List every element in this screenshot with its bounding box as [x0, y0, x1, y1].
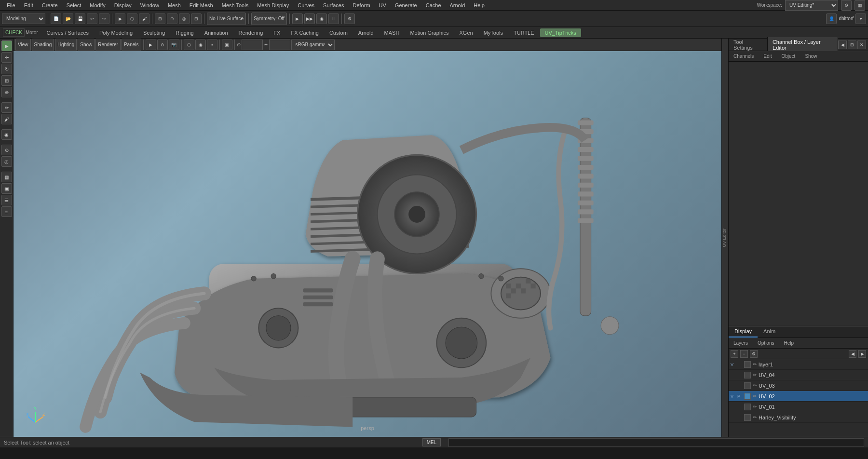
render-seq-icon[interactable]: ▶▶: [304, 14, 315, 24]
menu-mesh[interactable]: Mesh: [164, 1, 185, 9]
options-btn[interactable]: Options: [755, 339, 777, 347]
display-options-icon[interactable]: ⚙: [344, 14, 355, 24]
layer-row-uv_04[interactable]: ✏UV_04: [729, 370, 868, 380]
tab-arnold[interactable]: Arnold: [353, 28, 379, 37]
new-layer-btn[interactable]: +: [731, 350, 738, 358]
menu-window[interactable]: Window: [136, 1, 163, 9]
snap-point-icon[interactable]: ◎: [179, 14, 190, 24]
uv-btn[interactable]: ☰: [1, 195, 12, 205]
cb-show-btn[interactable]: Show: [802, 53, 820, 60]
mode-select[interactable]: Modeling: [2, 14, 45, 24]
view-menu-btn[interactable]: View: [15, 39, 31, 51]
layer-color-box[interactable]: [744, 372, 751, 378]
layer-row-layer1[interactable]: V✏layer1: [729, 359, 868, 370]
channels-btn[interactable]: Channels: [731, 53, 757, 60]
gamma-select[interactable]: sRGB gamma: [291, 40, 335, 50]
layer-row-uv_02[interactable]: VP✏UV_02: [729, 391, 868, 402]
tab-sculpting[interactable]: Sculpting: [138, 28, 170, 37]
menu-generate[interactable]: Generate: [391, 1, 421, 9]
panels-menu-btn[interactable]: Panels: [122, 39, 141, 51]
layer-color-box[interactable]: [744, 404, 751, 410]
tool-settings-tab[interactable]: Tool Settings: [729, 37, 768, 53]
snap-curve-icon[interactable]: ⊙: [167, 14, 177, 24]
paint-icon[interactable]: 🖌: [139, 14, 149, 24]
delete-layer-btn[interactable]: −: [740, 350, 748, 358]
tab-motion-graphics[interactable]: Motion Graphics: [405, 28, 453, 37]
tab-poly-modeling[interactable]: Poly Modeling: [95, 28, 137, 37]
menu-curves[interactable]: Curves: [294, 1, 318, 9]
tab-xgen[interactable]: XGen: [454, 28, 477, 37]
menu-modify[interactable]: Modify: [86, 1, 109, 9]
wireframe-icon[interactable]: ⬡: [184, 40, 194, 50]
tab-fx[interactable]: FX: [269, 28, 285, 37]
focus-icon[interactable]: ⊙: [157, 40, 168, 50]
pause-icon[interactable]: ⏸: [328, 14, 339, 24]
display-tab[interactable]: Display: [729, 326, 758, 338]
show-menu-btn[interactable]: Show: [78, 39, 95, 51]
render-icon[interactable]: ▶: [292, 14, 303, 24]
menu-edit[interactable]: Edit: [20, 1, 37, 9]
menu-select[interactable]: Select: [63, 1, 85, 9]
sculpt-btn[interactable]: ✏: [1, 102, 12, 113]
tab-custom[interactable]: Custom: [325, 28, 353, 37]
renderer-menu-btn[interactable]: Renderer: [95, 39, 121, 51]
menu-mesh-tools[interactable]: Mesh Tools: [218, 1, 252, 9]
menu-cache[interactable]: Cache: [422, 1, 445, 9]
panel-icon-float[interactable]: ⊞: [848, 40, 856, 49]
layer-options-btn[interactable]: ⚙: [750, 350, 758, 358]
cb-object-btn[interactable]: Object: [779, 53, 799, 60]
tab-curves-surfaces[interactable]: Curves / Surfaces: [42, 28, 94, 37]
symmetry-btn[interactable]: Symmetry: Off: [251, 13, 287, 25]
show-manip-btn[interactable]: ◉: [1, 129, 12, 140]
camera-icon[interactable]: 📷: [169, 40, 179, 50]
move-tool-btn[interactable]: ✛: [1, 52, 12, 63]
resolution-gate-icon[interactable]: ▣: [222, 40, 232, 50]
scale-tool-btn[interactable]: ⊞: [1, 75, 12, 86]
menu-create[interactable]: Create: [38, 1, 62, 9]
poly-select-btn[interactable]: ▣: [1, 183, 12, 194]
new-scene-icon[interactable]: 📄: [51, 14, 61, 24]
smooth-icon[interactable]: ◉: [195, 40, 206, 50]
snap-mode-btn[interactable]: ⊙: [1, 145, 12, 155]
layer-color-box[interactable]: [744, 382, 751, 389]
select-tool-btn[interactable]: ▶: [1, 40, 12, 51]
panel-icon-collapse[interactable]: ◀: [838, 40, 847, 49]
cb-edit-btn[interactable]: Edit: [760, 53, 774, 60]
open-icon[interactable]: 📂: [63, 14, 73, 24]
layer-row-uv_03[interactable]: ✏UV_03: [729, 380, 868, 391]
help-btn[interactable]: Help: [781, 339, 797, 347]
tab-rendering[interactable]: Rendering: [234, 28, 268, 37]
no-live-surface-btn[interactable]: No Live Surface: [207, 13, 246, 25]
soft-select-btn[interactable]: ◎: [1, 156, 12, 167]
tab-rigging[interactable]: Rigging: [171, 28, 198, 37]
user-dropdown-icon[interactable]: ▾: [855, 14, 866, 24]
scroll-right-btn[interactable]: ▶: [858, 350, 866, 358]
snap-surface-icon[interactable]: ⊟: [191, 14, 202, 24]
paint-weights-btn[interactable]: 🖌: [1, 114, 12, 124]
workspace-icon-1[interactable]: ⚙: [841, 0, 852, 11]
menu-help[interactable]: Help: [470, 1, 488, 9]
save-icon[interactable]: 💾: [75, 14, 85, 24]
workspace-icon-2[interactable]: ▦: [854, 0, 865, 11]
snap-grid-icon[interactable]: ⊞: [155, 14, 165, 24]
layer-color-box[interactable]: [744, 393, 751, 400]
gamma-input[interactable]: 1.00: [269, 40, 290, 50]
anim-tab[interactable]: Anim: [758, 326, 781, 338]
layers-btn[interactable]: Layers: [731, 339, 751, 347]
menu-edit-mesh[interactable]: Edit Mesh: [186, 1, 217, 9]
redo-icon[interactable]: ↪: [99, 14, 109, 24]
mel-button[interactable]: MEL: [422, 438, 441, 446]
menu-arnold[interactable]: Arnold: [446, 1, 469, 9]
menu-deform[interactable]: Deform: [349, 1, 374, 9]
layer-row-uv_01[interactable]: ✏UV_01: [729, 402, 868, 412]
menu-file[interactable]: File: [3, 1, 19, 9]
interactive-render-icon[interactable]: ◉: [316, 14, 327, 24]
rotate-tool-btn[interactable]: ↻: [1, 64, 12, 74]
viewport-canvas[interactable]: X Z Y persp: [14, 51, 721, 437]
undo-icon[interactable]: ↩: [87, 14, 97, 24]
tab-mytools[interactable]: MyTools: [479, 28, 508, 37]
layer-row-harley_visibility[interactable]: ✏Harley_Visibility: [729, 412, 868, 423]
tab-uv-tiptricks[interactable]: UV_TipTricks: [540, 28, 581, 37]
menu-display[interactable]: Display: [110, 1, 136, 9]
lighting-menu-btn[interactable]: Lighting: [55, 39, 77, 51]
